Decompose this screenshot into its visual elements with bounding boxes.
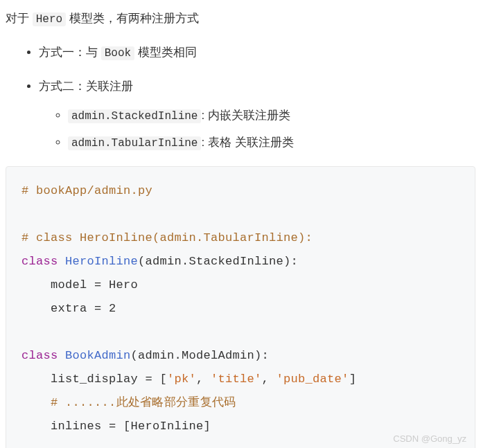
intro-prefix: 对于 xyxy=(6,12,33,25)
tabular-code: admin.TabularInline xyxy=(68,136,201,150)
code-classname-hero: HeroInline xyxy=(65,255,138,268)
code-comment-omit: # .......此处省略部分重复代码 xyxy=(51,396,236,409)
code-comment-file: # bookApp/admin.py xyxy=(21,184,152,197)
code-rest2: (admin.ModelAdmin): xyxy=(131,349,270,362)
m2-label: 方式二：关联注册 xyxy=(39,80,133,93)
sublist-stacked: admin.StackedInline: 内嵌关联注册类 xyxy=(68,105,475,127)
method-two: 方式二：关联注册 admin.StackedInline: 内嵌关联注册类 ad… xyxy=(39,76,475,154)
m1-suffix: 模型类相同 xyxy=(134,46,197,59)
m1-prefix: 方式一：与 xyxy=(39,46,101,59)
intro-paragraph: 对于 Hero 模型类，有两种注册方式 xyxy=(6,8,475,30)
code-comma1: , xyxy=(196,373,211,386)
stacked-desc: : 内嵌关联注册类 xyxy=(201,109,290,122)
code-comma2: , xyxy=(262,373,277,386)
watermark: CSDN @Gong_yz xyxy=(393,430,466,448)
intro-code: Hero xyxy=(33,12,66,26)
method-two-sublist: admin.StackedInline: 内嵌关联注册类 admin.Tabul… xyxy=(39,105,475,154)
code-comment-class: # class HeroInline(admin.TabularInline): xyxy=(21,231,313,244)
code-model: model = Hero xyxy=(21,278,138,292)
code-kw-class1: class xyxy=(21,255,58,268)
code-inlines: inlines = [HeroInline] xyxy=(21,420,211,433)
code-list-pre: list_display = [ xyxy=(21,373,167,386)
m1-code: Book xyxy=(101,46,134,60)
code-extra: extra = 2 xyxy=(21,302,116,315)
code-str-title: 'title' xyxy=(211,373,262,386)
code-str-pubdate: 'pub_date' xyxy=(277,373,349,386)
intro-suffix: 模型类，有两种注册方式 xyxy=(66,12,199,25)
stacked-code: admin.StackedInline xyxy=(68,109,201,123)
tabular-desc: : 表格 关联注册类 xyxy=(201,136,293,149)
method-list: 方式一：与 Book 模型类相同 方式二：关联注册 admin.StackedI… xyxy=(6,42,475,154)
code-list-post: ] xyxy=(349,373,357,386)
code-classname-book: BookAdmin xyxy=(65,349,131,362)
sublist-tabular: admin.TabularInline: 表格 关联注册类 xyxy=(68,132,475,154)
code-indent xyxy=(21,396,51,409)
code-block: # bookApp/admin.py # class HeroInline(ad… xyxy=(6,166,475,448)
method-one: 方式一：与 Book 模型类相同 xyxy=(39,42,475,64)
code-rest1: (admin.StackedInline): xyxy=(138,255,298,268)
code-str-pk: 'pk' xyxy=(167,373,196,386)
code-kw-class2: class xyxy=(21,349,58,362)
